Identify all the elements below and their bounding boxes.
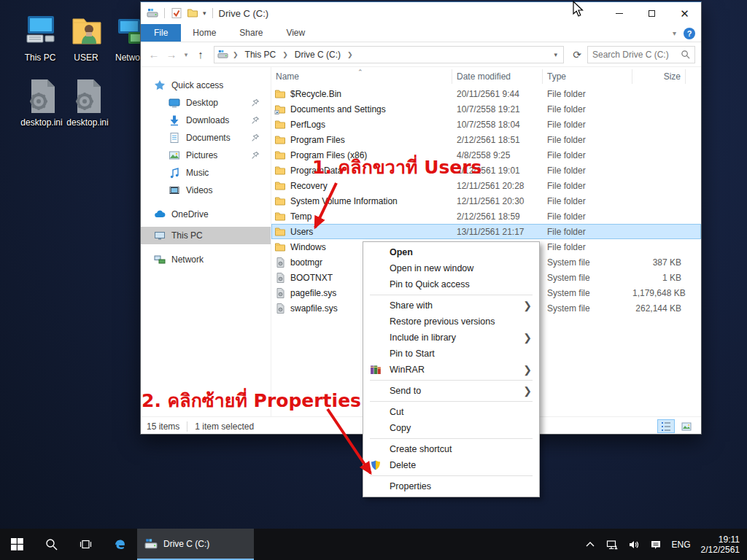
maximize-button[interactable] — [635, 2, 668, 24]
address-dropdown-icon[interactable]: ▾ — [551, 51, 560, 58]
task-view-icon[interactable] — [69, 529, 103, 560]
forward-button[interactable]: → — [164, 48, 179, 61]
address-bar[interactable]: ❯ This PC ❯ Drive C (C:) ❯ ▾ — [214, 46, 564, 63]
start-button[interactable] — [0, 529, 34, 560]
taskbar-search-icon[interactable] — [34, 529, 69, 560]
sidebar-item-quick-access[interactable]: Quick access — [141, 77, 271, 94]
recent-locations-icon[interactable]: ▾ — [182, 51, 190, 58]
network-tray-icon[interactable] — [606, 539, 618, 551]
search-icon[interactable] — [681, 50, 690, 59]
sidebar-item-music[interactable]: Music — [141, 164, 271, 182]
column-header-size[interactable]: Size — [632, 69, 686, 84]
sidebar-item-videos[interactable]: Videos — [141, 182, 271, 199]
file-type: System file — [543, 288, 632, 298]
search-input[interactable] — [592, 50, 681, 60]
breadcrumb-this-pc[interactable]: This PC — [243, 50, 279, 60]
context-menu-item-delete[interactable]: Delete — [363, 457, 539, 473]
sidebar-item-pictures[interactable]: Pictures — [141, 147, 271, 164]
desktop-icon-desktop-ini-2[interactable]: desktop.ini — [53, 77, 123, 128]
column-header-type[interactable]: Type — [543, 69, 632, 84]
navigation-toolbar: ← → ▾ ↑ ❯ This PC ❯ Drive C (C:) ❯ ▾ ⟳ — [141, 42, 701, 66]
sort-ascending-icon: ⌃ — [357, 65, 363, 79]
sidebar-item-this-pc[interactable]: This PC — [141, 227, 271, 244]
file-date: 12/11/2561 20:28 — [452, 181, 543, 191]
file-size: 387 KB — [632, 257, 686, 268]
sysfile-icon — [274, 272, 286, 284]
sidebar-item-label: Music — [186, 168, 209, 178]
file-row-documents-and-settings[interactable]: Documents and Settings10/7/2558 19:21Fil… — [271, 101, 701, 117]
taskbar-app-drive-c[interactable]: Drive C (C:) — [137, 529, 254, 560]
context-menu-item-send-to[interactable]: Send to❯ — [363, 383, 539, 399]
file-row-perflogs[interactable]: PerfLogs10/7/2558 18:04File folder — [271, 117, 701, 132]
up-button[interactable]: ↑ — [193, 48, 208, 61]
details-view-button[interactable] — [657, 419, 675, 433]
ribbon-collapse-icon[interactable]: ▾ — [673, 29, 676, 37]
toolbar-separator — [164, 8, 165, 18]
breadcrumb-drive-c[interactable]: Drive C (C:) — [293, 50, 343, 60]
help-icon[interactable]: ? — [684, 28, 695, 39]
context-menu-item-pin-to-quick-access[interactable]: Pin to Quick access — [363, 276, 539, 292]
sidebar-item-documents[interactable]: Documents — [141, 129, 271, 147]
show-hidden-icons-chevron[interactable] — [584, 539, 596, 551]
menu-item-label: WinRAR — [390, 365, 425, 375]
search-box[interactable] — [587, 46, 695, 63]
menu-item-label: Open in new window — [390, 263, 473, 273]
file-row-program-files[interactable]: Program Files2/12/2561 18:51File folder — [271, 132, 701, 147]
file-type: File folder — [543, 196, 632, 206]
back-button[interactable]: ← — [147, 48, 161, 61]
monitor-icon — [169, 97, 180, 109]
large-icons-view-button[interactable] — [678, 419, 695, 433]
context-menu-item-winrar[interactable]: WinRAR❯ — [363, 362, 539, 378]
action-center-icon[interactable] — [650, 539, 662, 551]
download-icon — [169, 114, 180, 126]
tab-file[interactable]: File — [141, 24, 181, 42]
annotation-step1: 1. คลิกขวาที่ Users — [312, 152, 481, 182]
tab-share[interactable]: Share — [228, 24, 274, 42]
sidebar-item-desktop[interactable]: Desktop — [141, 94, 271, 112]
language-indicator[interactable]: ENG — [672, 540, 691, 550]
file-name: PerfLogs — [271, 119, 452, 131]
submenu-arrow-icon: ❯ — [523, 330, 532, 346]
window-controls: ✕ — [603, 2, 701, 24]
menu-item-label: Restore previous versions — [390, 316, 495, 327]
tab-view[interactable]: View — [274, 24, 317, 42]
minimize-button[interactable] — [603, 2, 635, 24]
close-button[interactable]: ✕ — [668, 2, 701, 24]
sidebar-item-label: Videos — [186, 185, 212, 195]
context-menu-item-open[interactable]: Open — [363, 244, 539, 260]
folder-icon — [274, 211, 286, 222]
edge-browser-icon[interactable] — [103, 529, 137, 560]
context-menu-item-open-in-new-window[interactable]: Open in new window — [363, 260, 539, 276]
file-row-users[interactable]: Users13/11/2561 21:17File folder — [271, 224, 701, 239]
customize-toolbar-dropdown-icon[interactable]: ▾ — [203, 10, 206, 16]
breadcrumb-chevron-icon: ❯ — [281, 51, 290, 58]
tab-home[interactable]: Home — [181, 24, 228, 42]
sidebar-item-downloads[interactable]: Downloads — [141, 112, 271, 129]
column-header-date-modified[interactable]: Date modified — [452, 69, 543, 84]
file-row-system-volume-information[interactable]: System Volume Information12/11/2561 20:3… — [271, 193, 701, 209]
sidebar-item-network[interactable]: Network — [141, 251, 271, 268]
context-menu-item-cut[interactable]: Cut — [363, 404, 539, 420]
context-menu-item-properties[interactable]: Properties — [363, 478, 539, 494]
file-row-temp[interactable]: Temp2/12/2561 18:59File folder — [271, 209, 701, 224]
submenu-arrow-icon: ❯ — [523, 298, 532, 314]
file-date: 10/7/2558 19:21 — [452, 104, 543, 114]
context-menu-item-create-shortcut[interactable]: Create shortcut — [363, 441, 539, 457]
context-menu-item-pin-to-start[interactable]: Pin to Start — [363, 346, 539, 362]
context-menu-item-share-with[interactable]: Share with❯ — [363, 298, 539, 314]
folder-icon — [274, 180, 286, 192]
refresh-icon[interactable]: ⟳ — [570, 49, 584, 61]
context-menu-item-include-in-library[interactable]: Include in library❯ — [363, 330, 539, 346]
file-date: 2/12/2561 18:51 — [452, 135, 543, 145]
taskbar-clock[interactable]: 19:11 2/12/2561 — [701, 534, 740, 555]
drive-icon — [217, 49, 228, 60]
sidebar-item-onedrive[interactable]: OneDrive — [141, 206, 271, 223]
context-menu-item-restore-previous-versions[interactable]: Restore previous versions — [363, 314, 539, 330]
column-header-name[interactable]: Name⌃ — [271, 69, 452, 84]
volume-tray-icon[interactable] — [628, 539, 640, 551]
window-title: Drive C (C:) — [219, 8, 269, 19]
context-menu-item-copy[interactable]: Copy — [363, 420, 539, 436]
file-row-recycle-bin[interactable]: $Recycle.Bin20/11/2561 9:44File folder — [271, 86, 701, 101]
new-folder-icon[interactable] — [187, 7, 198, 19]
properties-check-icon[interactable] — [171, 7, 182, 19]
